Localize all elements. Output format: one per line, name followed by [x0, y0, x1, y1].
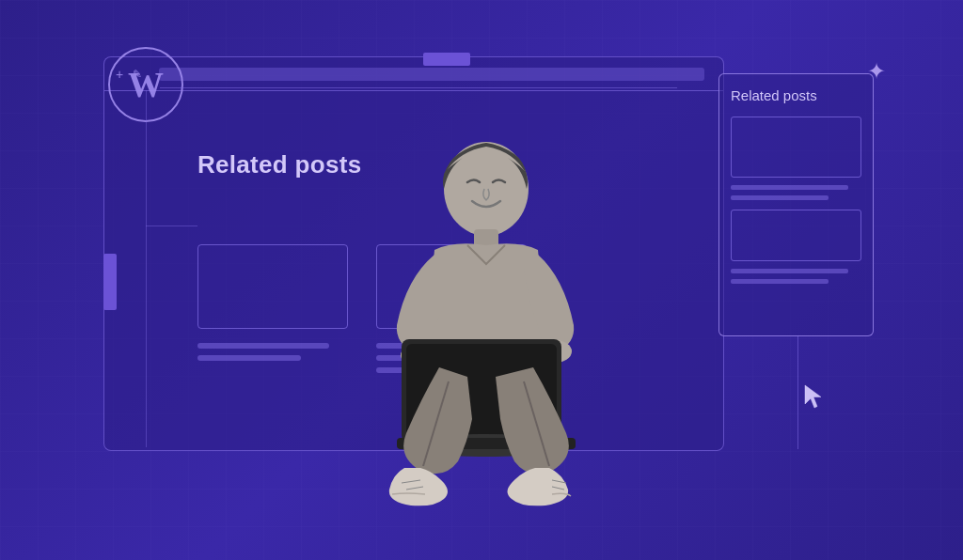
sparkle-decoration: ✦ [867, 58, 886, 85]
browser-topbar: + ✎ [104, 57, 723, 91]
text-line-2 [197, 355, 301, 361]
sidebar-image-2 [731, 210, 861, 261]
accent-bar-left [103, 254, 117, 310]
sidebar-panel: Related posts [718, 73, 874, 336]
sidebar-line-1 [731, 185, 848, 190]
h-line-mid [146, 226, 197, 226]
sidebar-line-2 [731, 195, 829, 200]
v-line-right [797, 336, 798, 449]
h-line-bottom-left [160, 87, 207, 88]
h-line-top [207, 87, 677, 88]
sidebar-panel-title: Related posts [731, 87, 861, 103]
v-line-logo [146, 90, 147, 447]
sidebar-line-4 [731, 279, 829, 284]
sidebar-line-3 [731, 269, 848, 273]
text-line-1 [197, 343, 329, 349]
person-figure-area [322, 90, 641, 560]
sidebar-image-1 [731, 117, 861, 178]
address-bar [159, 68, 704, 81]
person-svg [312, 100, 651, 560]
accent-bar-top [423, 53, 470, 66]
